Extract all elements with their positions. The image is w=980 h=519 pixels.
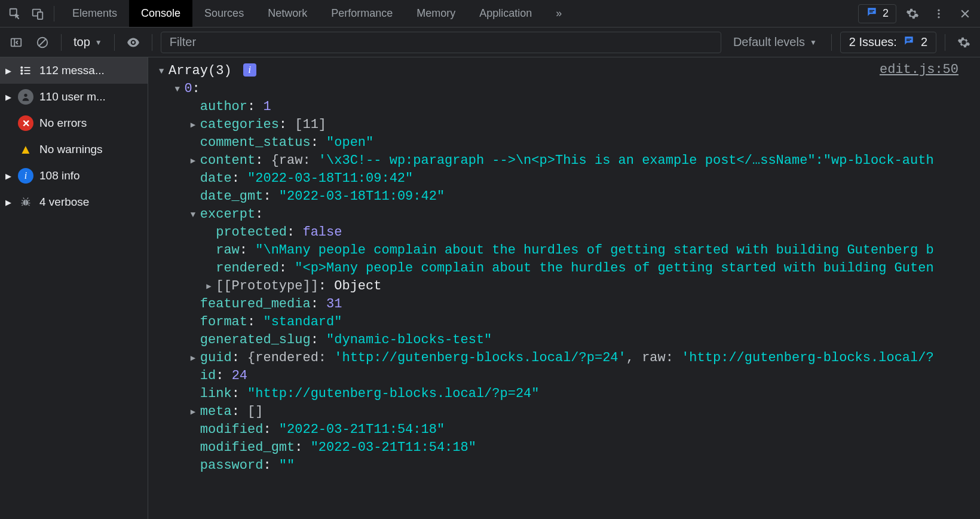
- issues-count: 2: [921, 35, 927, 49]
- levels-label: Default levels: [733, 35, 805, 49]
- warning-icon: ▲: [18, 142, 33, 157]
- sidebar-item-label: No errors: [39, 117, 87, 130]
- settings-icon[interactable]: [902, 4, 923, 24]
- tree-row[interactable]: author: 1: [148, 98, 980, 116]
- divider: [54, 6, 54, 22]
- divider: [152, 34, 152, 51]
- svg-rect-4: [869, 11, 873, 13]
- tree-row[interactable]: date: "2022-03-18T11:09:42": [148, 170, 980, 188]
- chevron-down-icon: ▼: [95, 38, 102, 47]
- tree-row[interactable]: format: "standard": [148, 313, 980, 331]
- tree-row[interactable]: [[Prototype]]: Object: [148, 277, 980, 295]
- chevron-down-icon: ▼: [810, 38, 817, 47]
- devtools-tab-strip: Elements Console Sources Network Perform…: [0, 0, 980, 28]
- tree-row[interactable]: modified_gmt: "2022-03-21T11:54:18": [148, 439, 980, 457]
- svg-rect-2: [38, 12, 42, 19]
- message-icon: [866, 6, 878, 21]
- tree-row[interactable]: link: "http://gutenberg-blocks.local/?p=…: [148, 385, 980, 403]
- tree-row[interactable]: featured_media: 31: [148, 295, 980, 313]
- tree-row[interactable]: protected: false: [148, 224, 980, 242]
- svg-point-18: [21, 67, 23, 69]
- sidebar-item-label: 108 info: [39, 169, 80, 182]
- toggle-sidebar-icon[interactable]: [6, 32, 26, 53]
- info-pill-icon[interactable]: i: [243, 63, 256, 77]
- sidebar-item-label: No warnings: [39, 143, 103, 156]
- tree-row[interactable]: 0:: [148, 80, 980, 98]
- tab-application[interactable]: Application: [467, 0, 544, 27]
- sidebar-item-user-messages[interactable]: ▶ 110 user m...: [0, 84, 148, 110]
- svg-point-21: [24, 94, 27, 97]
- tree-row[interactable]: content: {raw: '\x3C!-- wp:paragraph -->…: [148, 152, 980, 170]
- sidebar-item-verbose[interactable]: ▶ 4 verbose: [0, 189, 148, 215]
- tree-row[interactable]: comment_status: "open": [148, 134, 980, 152]
- live-expression-icon[interactable]: [123, 32, 143, 53]
- sidebar-item-errors[interactable]: ▶ ✕ No errors: [0, 110, 148, 136]
- device-toolbar-icon[interactable]: [27, 4, 48, 24]
- tree-row[interactable]: excerpt:: [148, 206, 980, 224]
- error-icon: ✕: [18, 115, 33, 131]
- svg-rect-14: [906, 40, 910, 41]
- messages-badge[interactable]: 2: [858, 4, 896, 23]
- issues-button[interactable]: 2 Issues: 2: [840, 32, 936, 53]
- context-label: top: [74, 35, 90, 49]
- execution-context-select[interactable]: top ▼: [70, 35, 106, 49]
- info-icon: i: [18, 168, 33, 184]
- svg-point-20: [21, 73, 23, 75]
- svg-line-11: [39, 39, 46, 45]
- expand-icon: ▶: [5, 172, 12, 181]
- issues-label: 2 Issues:: [849, 35, 897, 49]
- console-settings-icon[interactable]: [954, 32, 974, 53]
- expand-icon: ▶: [5, 198, 12, 207]
- divider: [61, 34, 62, 51]
- log-levels-select[interactable]: Default levels ▼: [727, 35, 823, 49]
- sidebar-item-warnings[interactable]: ▶ ▲ No warnings: [0, 136, 148, 163]
- expand-icon: ▶: [5, 93, 12, 102]
- clear-console-icon[interactable]: [32, 32, 53, 53]
- console-toolbar: top ▼ Default levels ▼ 2 Issues: 2: [0, 28, 980, 57]
- tree-row[interactable]: id: 24: [148, 367, 980, 385]
- svg-point-12: [132, 41, 134, 43]
- filter-input[interactable]: [161, 32, 721, 53]
- sidebar-item-info[interactable]: ▶ i 108 info: [0, 163, 148, 189]
- tab-memory[interactable]: Memory: [405, 0, 467, 27]
- tab-elements[interactable]: Elements: [60, 0, 129, 27]
- tree-row[interactable]: generated_slug: "dynamic-blocks-test": [148, 331, 980, 349]
- tree-row[interactable]: date_gmt: "2022-03-18T11:09:42": [148, 188, 980, 206]
- tree-row[interactable]: rendered: "<p>Many people complain about…: [148, 260, 980, 277]
- more-tabs-icon[interactable]: »: [544, 0, 574, 27]
- console-output: edit.js:50 Array(3) i 0: author: 1 categ…: [148, 57, 980, 519]
- svg-point-7: [938, 16, 939, 18]
- source-location-link[interactable]: edit.js:50: [880, 61, 958, 78]
- user-icon: [18, 89, 33, 105]
- tab-network[interactable]: Network: [256, 0, 319, 27]
- bug-icon: [18, 194, 33, 210]
- list-icon: [18, 63, 33, 78]
- tree-row[interactable]: password: "": [148, 457, 980, 475]
- panel-tabs: Elements Console Sources Network Perform…: [60, 0, 574, 27]
- divider: [831, 34, 832, 51]
- tree-row[interactable]: Array(3) i: [148, 62, 980, 80]
- tab-performance[interactable]: Performance: [319, 0, 405, 27]
- tree-row[interactable]: guid: {rendered: 'http://gutenberg-block…: [148, 349, 980, 367]
- messages-count: 2: [883, 7, 889, 20]
- tree-row[interactable]: modified: "2022-03-21T11:54:18": [148, 421, 980, 439]
- kebab-menu-icon[interactable]: [929, 4, 949, 24]
- inspect-element-icon[interactable]: [5, 4, 25, 24]
- svg-point-6: [938, 13, 939, 14]
- divider: [114, 34, 115, 51]
- console-sidebar: ▶ 112 messa... ▶ 110 user m... ▶ ✕ No er…: [0, 57, 148, 519]
- tab-console[interactable]: Console: [129, 0, 192, 27]
- svg-rect-3: [869, 10, 874, 11]
- tree-row[interactable]: raw: "\nMany people complain about the h…: [148, 242, 980, 260]
- tab-sources[interactable]: Sources: [192, 0, 256, 27]
- expand-icon: ▶: [5, 66, 12, 75]
- close-icon[interactable]: [955, 4, 975, 24]
- divider: [945, 34, 945, 51]
- sidebar-item-label: 110 user m...: [39, 90, 106, 103]
- sidebar-item-label: 4 verbose: [39, 196, 89, 209]
- svg-rect-13: [906, 39, 911, 40]
- svg-point-5: [938, 9, 939, 11]
- tree-row[interactable]: meta: []: [148, 403, 980, 421]
- tree-row[interactable]: categories: [11]: [148, 116, 980, 134]
- sidebar-item-all-messages[interactable]: ▶ 112 messa...: [0, 57, 148, 84]
